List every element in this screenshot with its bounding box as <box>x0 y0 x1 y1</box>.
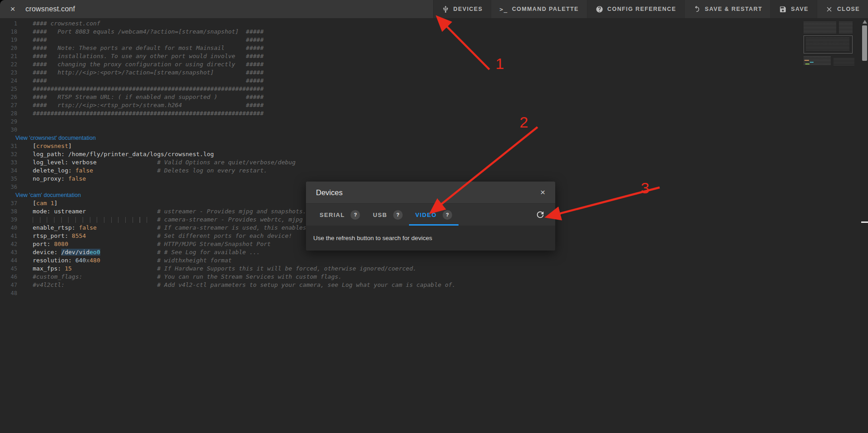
documentation-link[interactable]: View 'cam' documentation <box>15 191 81 199</box>
line-number: 31 <box>0 142 17 150</box>
code-line: 1#### crowsnest.conf <box>0 20 862 28</box>
code-text: device: /dev/video0 # # See Log for avai… <box>33 248 260 256</box>
toolbar-button-label: CLOSE <box>837 6 860 12</box>
codelens-row: View 'crowsnest' documentation <box>0 134 862 142</box>
code-line: 26#### RTSP Stream URL: ( if enabled and… <box>0 93 862 101</box>
code-line: 46#custom_flags: # You can run the Strea… <box>0 273 862 281</box>
devices-dialog-body: Use the refresh button to search for dev… <box>306 226 555 251</box>
line-number: 32 <box>0 150 17 158</box>
scrollbar[interactable] <box>862 18 868 433</box>
code-text: #### rtsp://<ip>:<rtsp_port>/stream.h264… <box>33 101 264 109</box>
line-number: 22 <box>0 60 17 69</box>
code-line: 47#v4l2ctl: # Add v4l2-ctl parameters to… <box>0 281 862 289</box>
line-number: 25 <box>0 85 17 93</box>
close-icon[interactable]: × <box>538 187 547 198</box>
help-badge[interactable]: ? <box>393 210 403 220</box>
line-number: 27 <box>0 101 17 109</box>
minimap-mark <box>805 64 809 64</box>
file-title: crowsnest.conf <box>25 0 75 18</box>
tab-label: USB <box>373 212 387 218</box>
line-number: 30 <box>0 126 17 134</box>
line-number: 20 <box>0 44 17 52</box>
titlebar-spacer <box>75 0 433 18</box>
command-palette-button[interactable]: >_COMMAND PALETTE <box>491 0 587 18</box>
minimap[interactable] <box>804 22 855 65</box>
minimap-lines <box>804 22 836 34</box>
code-line: 19#### ##### <box>0 36 862 44</box>
code-text: port: 8080 # HTTP/MJPG Stream/Snapshot P… <box>33 240 271 248</box>
line-number: 34 <box>0 167 17 175</box>
close-button[interactable]: CLOSE <box>817 0 868 18</box>
help-circle-icon <box>596 5 603 13</box>
code-line: 45max_fps: 15 # If Hardware Supports thi… <box>0 265 862 273</box>
minimap-mark <box>804 60 809 61</box>
toolbar-button-label: CONFIG REFERENCE <box>607 6 676 12</box>
tab-video[interactable]: VIDEO? <box>409 204 459 226</box>
line-number: 38 <box>0 207 17 216</box>
close-icon[interactable]: × <box>0 0 25 18</box>
code-line: 20#### Note: These ports are default for… <box>0 44 862 52</box>
config-reference-button[interactable]: CONFIG REFERENCE <box>587 0 685 18</box>
code-text: #### ##### <box>33 77 264 85</box>
line-number: 18 <box>0 28 17 36</box>
help-badge[interactable]: ? <box>350 210 360 220</box>
refresh-button[interactable] <box>534 209 546 221</box>
save-icon <box>779 5 787 13</box>
line-number: 29 <box>0 118 17 126</box>
save-restart-button[interactable]: SAVE & RESTART <box>684 0 770 18</box>
code-line: 21#### installations. To use any other p… <box>0 52 862 60</box>
code-line: 48 <box>0 289 862 297</box>
help-badge[interactable]: ? <box>443 210 452 220</box>
scrollbar-thumb[interactable] <box>862 25 867 61</box>
code-line: 34delete_log: false # Deletes log on eve… <box>0 167 862 175</box>
scroll-marker <box>861 221 868 223</box>
line-number: 45 <box>0 265 17 273</box>
code-text: #### crowsnest.conf <box>33 20 100 28</box>
line-number: 35 <box>0 175 17 183</box>
minimap-banner-box <box>804 35 853 54</box>
documentation-link[interactable]: View 'crowsnest' documentation <box>15 134 96 142</box>
line-number: 37 <box>0 199 17 207</box>
code-text: #### Note: These ports are default for m… <box>33 44 264 52</box>
code-text: delete_log: false # Deletes log on every… <box>33 167 267 175</box>
editor-toolbar: DEVICES>_COMMAND PALETTECONFIG REFERENCE… <box>433 0 868 18</box>
devices-button[interactable]: DEVICES <box>433 0 491 18</box>
tab-label: SERIAL <box>320 212 345 218</box>
code-line: 32log_path: /home/fly/printer_data/logs/… <box>0 150 862 158</box>
code-line: 28######################################… <box>0 109 862 118</box>
save-button[interactable]: SAVE <box>770 0 817 18</box>
minimap-lines <box>839 22 853 34</box>
indent-guides <box>33 217 147 223</box>
line-number: 19 <box>0 36 17 44</box>
devices-dialog-header: Devices × <box>306 182 555 203</box>
code-text: #### Port 8083 equals /webcam4/?action=[… <box>33 28 264 36</box>
line-number: 36 <box>0 183 17 191</box>
minimap-mark <box>810 62 814 63</box>
code-text: ########################################… <box>33 85 264 93</box>
code-text: #### http://<ip>:<port>/?action=[stream/… <box>33 69 264 77</box>
code-text: ########################################… <box>33 109 264 118</box>
code-line: 44resolution: 640x480 # widthxheight for… <box>0 256 862 265</box>
code-text: max_fps: 15 # If Hardware Supports this … <box>33 265 416 273</box>
line-number: 43 <box>0 248 17 256</box>
restart-icon <box>693 5 700 13</box>
line-number: 33 <box>0 158 17 167</box>
code-text: rtsp_port: 8554 # Set different ports fo… <box>33 232 292 240</box>
toolbar-button-label: SAVE <box>791 6 809 12</box>
tab-serial[interactable]: SERIAL? <box>313 204 366 226</box>
line-number: 44 <box>0 256 17 265</box>
tab-usb[interactable]: USB? <box>366 204 409 226</box>
line-number: 46 <box>0 273 17 281</box>
code-text: #### installations. To use any other por… <box>33 52 264 60</box>
code-line: 23#### http://<ip>:<port>/?action=[strea… <box>0 69 862 77</box>
code-line: 27#### rtsp://<ip>:<rtsp_port>/stream.h2… <box>0 101 862 109</box>
scroll-up-arrow[interactable] <box>863 20 867 24</box>
line-number: 40 <box>0 224 17 232</box>
line-number: 23 <box>0 69 17 77</box>
line-number: 21 <box>0 52 17 60</box>
close-icon <box>825 5 833 13</box>
toolbar-button-label: SAVE & RESTART <box>705 6 762 12</box>
line-number: 48 <box>0 289 17 297</box>
code-text: #v4l2ctl: # Add v4l2-ctl parameters to s… <box>33 281 455 289</box>
code-line: 31[crowsnest] <box>0 142 862 150</box>
